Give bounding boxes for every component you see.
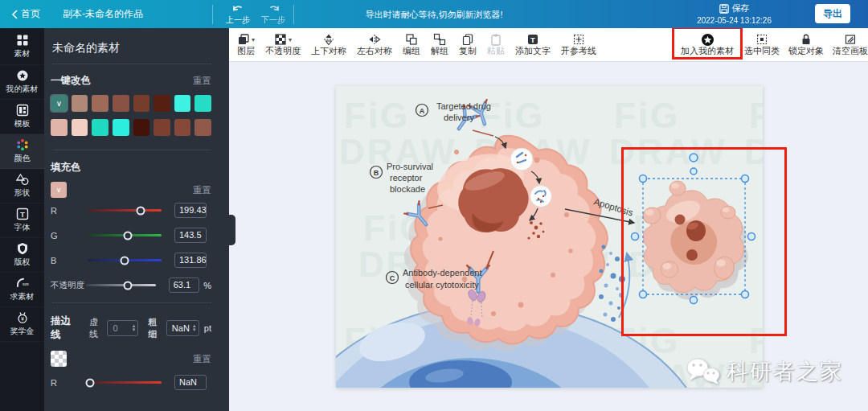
palette-swatch[interactable] (92, 119, 108, 136)
save-timestamp: 2022-05-24 13:12:26 (697, 16, 772, 25)
slider-track[interactable] (86, 284, 156, 286)
resize-handle-e[interactable] (748, 233, 755, 240)
slider-thumb[interactable] (121, 256, 129, 265)
stepper-arrows-icon[interactable]: ▲▼ (192, 324, 197, 332)
toolbar-item-lock[interactable]: 锁定对象 (788, 33, 824, 56)
slider-thumb[interactable] (85, 378, 94, 387)
toolbar-item-ungroup[interactable]: 解组 (431, 33, 448, 56)
home-button[interactable]: 首页 (11, 7, 40, 21)
label-a-letter: A (420, 107, 425, 115)
slider-value[interactable]: 63.1 (169, 277, 200, 293)
stroke-r-slider: R NaN (51, 370, 211, 395)
palette-swatch[interactable] (194, 95, 211, 112)
slider-value[interactable]: NaN (174, 375, 207, 390)
toolbar-item-opacity[interactable]: ▾不透明度 (265, 33, 301, 56)
resize-handle-s[interactable] (690, 297, 698, 304)
slider-value[interactable]: 143.5 (174, 228, 207, 243)
sidebar-item-star-circle[interactable]: 我的素材 (0, 65, 44, 100)
rotate-handle[interactable] (690, 154, 698, 162)
palette-swatch[interactable]: ∨ (51, 95, 68, 112)
label-b-line2: receptor (390, 173, 423, 183)
palette-swatch[interactable] (154, 95, 170, 112)
stroke-reset-button[interactable]: 重置 (193, 353, 211, 365)
sidebar-item-shield[interactable]: 版权 (0, 238, 44, 273)
slider-thumb[interactable] (123, 231, 132, 240)
sidebar-item-medal[interactable]: ¥奖学金 (0, 307, 44, 342)
canvas-board[interactable]: FiGDRAWFiGDRAWFiGDRAWFiGDRAWFiGDRAWFiGDR… (336, 86, 763, 388)
star-circle-icon (16, 69, 29, 82)
palette-swatch[interactable] (72, 119, 88, 136)
select-same-icon (755, 33, 768, 46)
apoptotic-cell-illustration[interactable] (641, 181, 748, 299)
toolbar-item-select-same[interactable]: 选中同类 (744, 33, 780, 56)
slider-value[interactable]: 199.43 (174, 203, 207, 218)
sidebar-item-shapes[interactable]: 形状 (0, 169, 44, 203)
back-chevron-icon (11, 10, 18, 19)
phone-sos-icon: sos (15, 277, 30, 290)
divider (212, 5, 213, 24)
toolbar-item-flip-vertical[interactable]: 上下对称 (311, 33, 346, 56)
opacity-icon: ▾ (274, 33, 292, 46)
sidebar-item-phone-sos[interactable]: sos求素材 (0, 273, 44, 307)
slider-thumb[interactable] (123, 281, 132, 290)
toolbar-item-add-text[interactable]: T添加文字 (515, 33, 551, 56)
sidebar-item-template[interactable]: 模板 (0, 100, 44, 134)
weight-stepper[interactable]: NaN ▲▼ (166, 320, 199, 336)
stroke-color-swatch[interactable] (51, 351, 67, 367)
toolbar-item-paste[interactable]: 粘贴 (487, 33, 505, 56)
undo-button[interactable]: 上一步 (226, 4, 250, 24)
slider-row-B: B131.86 (51, 248, 211, 273)
sidebar-item-label: 颜色 (14, 153, 31, 164)
toolbar-item-copy[interactable]: 复制 (459, 33, 477, 56)
label-a-line1: Targeted drug (436, 101, 491, 111)
fill-reset-button[interactable]: 重置 (193, 184, 211, 196)
svg-text:FiG: FiG (344, 96, 410, 135)
svg-text:T: T (20, 211, 25, 219)
toolbar-item-flip-horizontal[interactable]: 左右对称 (357, 33, 392, 56)
slider-row-R: R199.43 (51, 198, 211, 223)
slider-track[interactable] (88, 381, 162, 384)
fill-color-swatch[interactable]: ∨ (51, 182, 67, 198)
toolbar-item-clear-board[interactable]: 清空画板 (833, 33, 868, 56)
resize-handle-sw[interactable] (640, 291, 647, 298)
save-button[interactable]: 保存 2022-05-24 13:12:26 (697, 2, 772, 25)
label-b-letter: B (374, 169, 379, 177)
palette-swatch[interactable] (133, 119, 150, 136)
palette-swatch[interactable] (194, 119, 211, 136)
resize-handle-se[interactable] (742, 291, 749, 298)
redo-button[interactable]: 下一步 (261, 4, 285, 24)
toolbar-item-guides[interactable]: 开参考线 (561, 33, 596, 56)
palette-swatch[interactable] (174, 119, 191, 136)
resize-handle-ne[interactable] (742, 175, 749, 183)
slider-thumb[interactable] (137, 206, 145, 215)
rotate-handle-2[interactable] (690, 168, 697, 175)
slider-track[interactable] (88, 259, 162, 261)
panel-collapse-handle[interactable] (229, 215, 235, 245)
toolbar-item-group[interactable]: 编组 (403, 33, 420, 56)
palette-swatch[interactable] (92, 95, 108, 112)
resize-handle-nw[interactable] (640, 175, 647, 183)
toolbar-item-star-black[interactable]: 加入我的素材 (681, 33, 734, 56)
stepper-arrows-icon[interactable]: ▲▼ (131, 324, 136, 332)
palette-swatch[interactable] (113, 119, 129, 136)
palette-swatch[interactable] (154, 119, 170, 136)
slider-value[interactable]: 131.86 (174, 253, 207, 268)
palette-swatch[interactable] (113, 95, 129, 112)
palette-swatch[interactable] (51, 119, 68, 136)
dash-stepper[interactable]: 0 ▲▼ (107, 320, 138, 336)
recolor-reset-button[interactable]: 重置 (193, 75, 211, 87)
sidebar-item-grid[interactable]: 素材 (0, 28, 44, 65)
slider-track[interactable] (88, 234, 162, 236)
sidebar-item-palette[interactable]: 颜色 (0, 134, 44, 169)
toolbar-item-layers[interactable]: ▾图层 (237, 33, 255, 56)
sidebar: 素材我的素材模板颜色形状T字体版权sos求素材¥奖学金 (0, 28, 44, 411)
palette-swatch[interactable] (72, 95, 88, 112)
palette-swatch[interactable] (174, 95, 191, 112)
divider (52, 302, 211, 303)
export-button[interactable]: 导出 (815, 4, 850, 23)
palette-swatch[interactable] (133, 95, 150, 112)
sidebar-item-font[interactable]: T字体 (0, 203, 44, 238)
toolbar-item-label: 左右对称 (357, 46, 392, 56)
slider-track[interactable] (88, 209, 162, 212)
resize-handle-w[interactable] (632, 233, 639, 240)
